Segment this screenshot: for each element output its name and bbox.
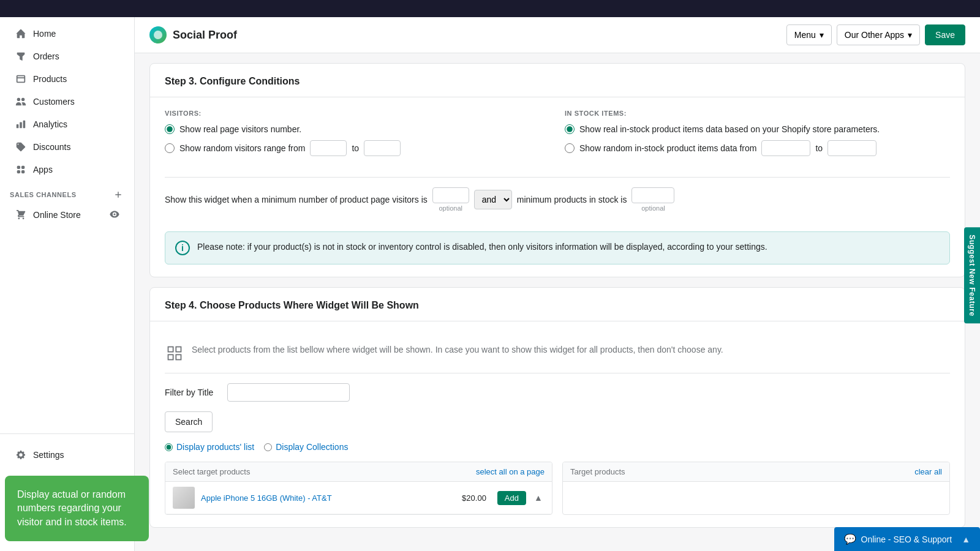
scroll-arrow-up[interactable]: ▲ — [532, 492, 545, 504]
online-store-label: Online Store — [33, 210, 81, 220]
step4-header: Step 4. Choose Products Where Widget Wil… — [150, 288, 965, 321]
page-header: Social Proof Menu ▾ Our Other Apps ▾ Sav… — [135, 17, 980, 53]
instock-range-from[interactable] — [761, 140, 810, 156]
page-header-right: Menu ▾ Our Other Apps ▾ Save — [786, 24, 965, 45]
support-chevron[interactable]: ▲ — [962, 534, 970, 544]
chevron-down-icon: ▾ — [820, 30, 824, 40]
save-button[interactable]: Save — [925, 24, 965, 45]
visitors-radio2-label[interactable]: Show random visitors range from — [179, 143, 305, 153]
store-icon — [15, 209, 27, 221]
sidebar-item-customers[interactable]: Customers — [5, 91, 129, 113]
sidebar-products-label: Products — [33, 74, 67, 84]
instock-to-label: to — [815, 143, 823, 153]
widget-condition-prefix: Show this widget when a minimum number o… — [165, 195, 428, 204]
apps-icon — [15, 163, 27, 176]
widget-condition-row: Show this widget when a minimum number o… — [165, 177, 950, 222]
info-icon: i — [175, 241, 190, 255]
radio-tab-collections[interactable]: Display Collections — [264, 442, 348, 452]
sidebar-item-products[interactable]: Products — [5, 68, 129, 90]
sidebar-orders-label: Orders — [33, 51, 59, 61]
sales-channels-label: SALES CHANNELS — [10, 191, 77, 198]
list-icon — [165, 343, 184, 363]
sidebar-nav: Home Orders Products — [0, 17, 134, 433]
suggest-feature-tab[interactable]: Suggest New Feature — [964, 227, 980, 323]
select-all-link[interactable]: select all on a page — [476, 467, 545, 476]
visitors-min-input-group: optional — [432, 187, 469, 212]
brand-icon — [149, 26, 167, 43]
select-products-panel: Select target products select all on a p… — [165, 462, 552, 515]
display-products-radio[interactable] — [165, 443, 173, 451]
visitors-group: VISITORS: Show real page visitors number… — [165, 110, 550, 162]
info-banner: i Please note: if your product(s) is not… — [165, 231, 950, 264]
instock-radio1[interactable] — [565, 124, 575, 134]
visitors-optional-label: optional — [439, 204, 462, 212]
visitors-radio2-row: Show random visitors range from to — [165, 140, 550, 156]
chevron-down-icon-2: ▾ — [908, 30, 912, 40]
support-icon: 💬 — [844, 533, 856, 545]
display-collections-radio[interactable] — [264, 443, 272, 451]
filter-row: Filter by Title — [165, 383, 950, 402]
instock-radio2-label[interactable]: Show random in-stock product items data … — [579, 143, 756, 153]
instock-radio1-label[interactable]: Show real in-stock product items data ba… — [579, 124, 880, 134]
sidebar-customers-label: Customers — [33, 97, 75, 107]
svg-rect-0 — [168, 347, 173, 352]
target-products-label: Target products — [570, 467, 625, 476]
instock-radio1-row: Show real in-stock product items data ba… — [565, 124, 950, 134]
sidebar-item-settings[interactable]: Settings — [10, 444, 124, 466]
select-products-header: Select target products select all on a p… — [165, 462, 552, 482]
target-products-panel: Target products clear all — [562, 462, 950, 515]
products-icon — [15, 73, 27, 85]
instock-range-to[interactable] — [827, 140, 876, 156]
sidebar-item-orders[interactable]: Orders — [5, 45, 129, 67]
visitors-range-from[interactable] — [310, 140, 347, 156]
step4-body: Select products from the list bellow whe… — [150, 321, 965, 527]
visitors-min-input[interactable] — [432, 187, 469, 203]
sidebar-analytics-label: Analytics — [33, 119, 67, 129]
display-products-label: Display products' list — [176, 442, 254, 452]
svg-rect-1 — [176, 347, 181, 352]
stock-min-input[interactable] — [631, 187, 674, 203]
target-products-header: Target products clear all — [563, 462, 949, 482]
search-button[interactable]: Search — [165, 411, 213, 432]
visitors-radio1-label[interactable]: Show real page visitors number. — [179, 124, 301, 134]
select-target-label: Select target products — [173, 467, 250, 476]
sidebar-item-home[interactable]: Home — [5, 23, 129, 45]
support-bar[interactable]: 💬 Online - SEO & Support ▲ — [834, 527, 981, 551]
instock-radio2[interactable] — [565, 143, 575, 153]
sidebar-item-apps[interactable]: Apps — [5, 159, 129, 181]
radio-tab-products[interactable]: Display products' list — [165, 442, 254, 452]
condition-operator-select[interactable]: and or — [474, 190, 512, 209]
visitors-radio1[interactable] — [165, 124, 175, 134]
info-text: Please note: if your product(s) is not i… — [197, 241, 767, 253]
visitors-range-to[interactable] — [364, 140, 401, 156]
sidebar-apps-label: Apps — [33, 165, 53, 174]
add-sales-channel-button[interactable] — [112, 189, 124, 201]
stock-optional-label: optional — [641, 204, 665, 212]
sidebar-home-label: Home — [33, 29, 56, 39]
other-apps-button[interactable]: Our Other Apps ▾ — [837, 24, 920, 45]
step3-card: Step 3. Configure Conditions VISITORS: S… — [149, 63, 965, 277]
conditions-grid: VISITORS: Show real page visitors number… — [165, 110, 950, 162]
menu-button[interactable]: Menu ▾ — [786, 24, 832, 45]
clear-all-link[interactable]: clear all — [914, 467, 942, 476]
instock-group: IN STOCK ITEMS: Show real in-stock produ… — [565, 110, 950, 162]
product-thumb-1 — [173, 487, 195, 509]
filter-input[interactable] — [227, 383, 350, 402]
filter-label: Filter by Title — [165, 388, 220, 397]
sidebar-item-analytics[interactable]: Analytics — [5, 113, 129, 135]
sidebar-bottom: Settings — [0, 433, 134, 476]
instock-radio2-row: Show random in-stock product items data … — [565, 140, 950, 156]
products-layout: Select target products select all on a p… — [165, 462, 950, 515]
online-store-left: Online Store — [15, 209, 81, 221]
page-title: Social Proof — [173, 29, 237, 42]
sidebar-item-online-store[interactable]: Online Store — [5, 204, 129, 226]
customers-icon — [15, 96, 27, 108]
visitors-radio2[interactable] — [165, 143, 175, 153]
sidebar-item-discounts[interactable]: Discounts — [5, 136, 129, 158]
add-product-button-1[interactable]: Add — [497, 491, 526, 505]
instock-title: IN STOCK ITEMS: — [565, 110, 950, 117]
eye-icon[interactable] — [110, 209, 119, 221]
step3-title: Step 3. Configure Conditions — [165, 76, 950, 87]
display-collections-label: Display Collections — [276, 442, 348, 452]
svg-rect-2 — [176, 354, 181, 359]
